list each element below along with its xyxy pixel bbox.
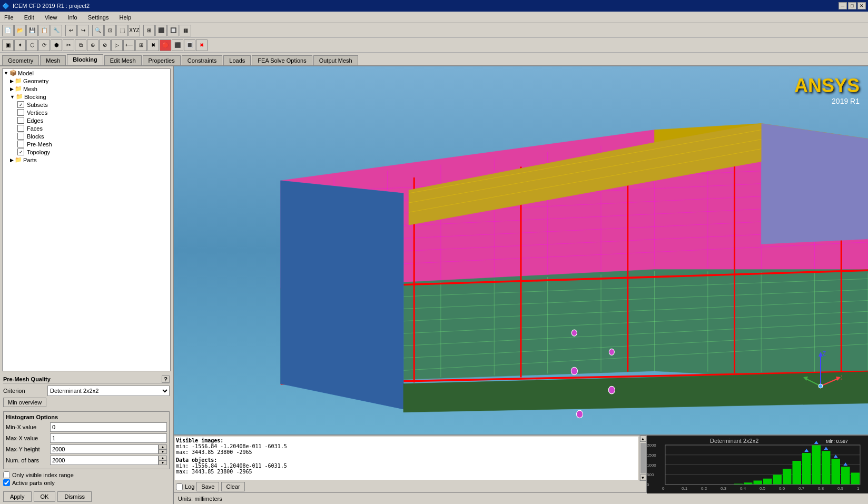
tree-mesh[interactable]: ▶ 📁 Mesh	[3, 85, 170, 93]
menu-settings[interactable]: Settings	[86, 13, 111, 22]
num-bars-down[interactable]: ▼	[159, 460, 167, 465]
log-scroll-up[interactable]: ▲	[640, 436, 646, 442]
tree-model[interactable]: ▼ 📦 Model	[3, 69, 170, 77]
topology-checkbox[interactable]: ✓	[17, 149, 24, 155]
tb-undo[interactable]: ↩	[65, 25, 77, 36]
close-button[interactable]: ✕	[857, 2, 866, 9]
tb-blk15[interactable]: ⬛	[172, 39, 183, 51]
tb-mesh3[interactable]: 🔲	[167, 25, 179, 36]
max-y-up[interactable]: ▲	[159, 444, 167, 449]
tree-parts[interactable]: ▶ 📁 Parts	[3, 156, 170, 164]
tb-blk6[interactable]: ✂	[63, 39, 74, 51]
tb-blk12[interactable]: ⊞	[135, 39, 147, 51]
tb-blk8[interactable]: ⊕	[87, 39, 98, 51]
premesh-checkbox[interactable]	[17, 141, 24, 147]
min-x-label: Min-X value	[6, 424, 48, 430]
tab-geometry[interactable]: Geometry	[2, 55, 39, 65]
max-x-input[interactable]	[50, 433, 167, 443]
active-parts-checkbox[interactable]	[3, 479, 10, 486]
min-x-input[interactable]	[50, 422, 167, 432]
log-scroll-thumb[interactable]	[640, 443, 646, 473]
tb-blk10[interactable]: ▷	[111, 39, 123, 51]
vertices-checkbox[interactable]	[17, 109, 24, 116]
tb-redo[interactable]: ↪	[77, 25, 89, 36]
num-bars-input[interactable]	[50, 456, 159, 465]
tree-geometry[interactable]: ▶ 📁 Geometry	[3, 77, 170, 85]
tb-save2[interactable]: 📋	[38, 25, 50, 36]
only-visible-checkbox[interactable]	[3, 471, 10, 478]
menu-help[interactable]: Help	[117, 13, 133, 22]
tb-mesh1[interactable]: ⊞	[143, 25, 155, 36]
edges-checkbox[interactable]	[17, 117, 24, 124]
log-checkbox[interactable]	[176, 483, 183, 490]
tree-edges[interactable]: Edges	[3, 116, 170, 124]
tb-blk13[interactable]: ✖	[147, 39, 159, 51]
tb-blk7[interactable]: ⧉	[75, 39, 86, 51]
tb-open[interactable]: 📂	[14, 25, 26, 36]
tree-premesh[interactable]: Pre-Mesh	[3, 140, 170, 148]
blocks-label: Blocks	[27, 133, 44, 140]
tb-blk9[interactable]: ⊘	[99, 39, 111, 51]
tree-topology[interactable]: ✓ Topology	[3, 148, 170, 156]
faces-checkbox[interactable]	[17, 125, 24, 132]
apply-button[interactable]: Apply	[3, 491, 32, 502]
max-y-down[interactable]: ▼	[159, 449, 167, 454]
max-y-input[interactable]	[50, 444, 159, 454]
quality-help-icon[interactable]: ?	[162, 375, 170, 383]
tab-edit-mesh[interactable]: Edit Mesh	[104, 55, 142, 65]
menu-info[interactable]: Info	[65, 13, 79, 22]
minimize-button[interactable]: ─	[839, 2, 847, 9]
log-scrollbar[interactable]: ▲ ▼	[639, 436, 646, 481]
tb-new[interactable]: 📄	[2, 25, 14, 36]
tab-constraints[interactable]: Constraints	[182, 55, 223, 65]
tb-save3[interactable]: 🔧	[51, 25, 62, 36]
tb-xyz[interactable]: XYZ	[129, 25, 140, 36]
tb-blk1[interactable]: ▣	[2, 39, 14, 51]
tb-mesh4[interactable]: ▦	[180, 25, 191, 36]
tree-vertices[interactable]: Vertices	[3, 108, 170, 116]
save-log-button[interactable]: Save	[196, 482, 219, 491]
tree-area[interactable]: ▼ 📦 Model ▶ 📁 Geometry ▶ 📁 Mesh ▼ 📁 Bloc…	[2, 68, 171, 371]
tab-mesh[interactable]: Mesh	[40, 55, 66, 65]
maximize-button[interactable]: □	[848, 2, 856, 9]
menu-view[interactable]: View	[43, 13, 60, 22]
blocks-checkbox[interactable]	[17, 133, 24, 140]
tb-blk16[interactable]: 🔳	[184, 39, 195, 51]
clear-log-button[interactable]: Clear	[221, 482, 244, 491]
tab-fea[interactable]: FEA Solve Options	[252, 55, 312, 65]
tb-zoom[interactable]: 🔍	[92, 25, 104, 36]
tb-blk4[interactable]: ⟳	[38, 39, 50, 51]
viewport[interactable]: ANSYS 2019 R1	[174, 66, 868, 434]
tb-mesh2[interactable]: ⬛	[155, 25, 167, 36]
tab-properties[interactable]: Properties	[143, 55, 181, 65]
tree-blocking[interactable]: ▼ 📁 Blocking	[3, 93, 170, 101]
tb-fit[interactable]: ⊡	[104, 25, 116, 36]
tab-loads[interactable]: Loads	[223, 55, 251, 65]
dismiss-button[interactable]: Dismiss	[57, 491, 92, 502]
menu-edit[interactable]: Edit	[22, 13, 36, 22]
tab-blocking[interactable]: Blocking	[67, 54, 103, 65]
tb-blk5[interactable]: ⬢	[51, 39, 62, 51]
svg-line-65	[805, 378, 821, 386]
ok-button[interactable]: OK	[34, 491, 56, 502]
tb-blk3[interactable]: ⬡	[26, 39, 38, 51]
subsets-checkbox[interactable]: ✓	[17, 101, 24, 108]
menu-file[interactable]: File	[2, 13, 16, 22]
tb-blk2[interactable]: ✦	[14, 39, 26, 51]
min-overview-button[interactable]: Min overview	[3, 398, 46, 407]
tree-blocks[interactable]: Blocks	[3, 132, 170, 140]
tb-sel[interactable]: ⬚	[116, 25, 128, 36]
tb-blk11[interactable]: ⟵	[123, 39, 135, 51]
criterion-select[interactable]: Determinant 2x2x2	[47, 386, 170, 396]
tb-blk17[interactable]: ✖	[196, 39, 208, 51]
app-title: ICEM CFD 2019 R1 : project2	[13, 3, 90, 9]
tabbar: Geometry Mesh Blocking Edit Mesh Propert…	[0, 53, 868, 66]
num-bars-up[interactable]: ▲	[159, 456, 167, 460]
tree-faces[interactable]: Faces	[3, 124, 170, 132]
tb-blk14[interactable]: 🔴	[160, 39, 171, 51]
tab-output-mesh[interactable]: Output Mesh	[313, 55, 358, 65]
log-scroll-down[interactable]: ▼	[640, 475, 646, 481]
tree-subsets[interactable]: ✓ Subsets	[3, 101, 170, 108]
toolbar2: ▣ ✦ ⬡ ⟳ ⬢ ✂ ⧉ ⊕ ⊘ ▷ ⟵ ⊞ ✖ 🔴 ⬛ 🔳 ✖	[0, 38, 868, 53]
tb-save[interactable]: 💾	[26, 25, 38, 36]
